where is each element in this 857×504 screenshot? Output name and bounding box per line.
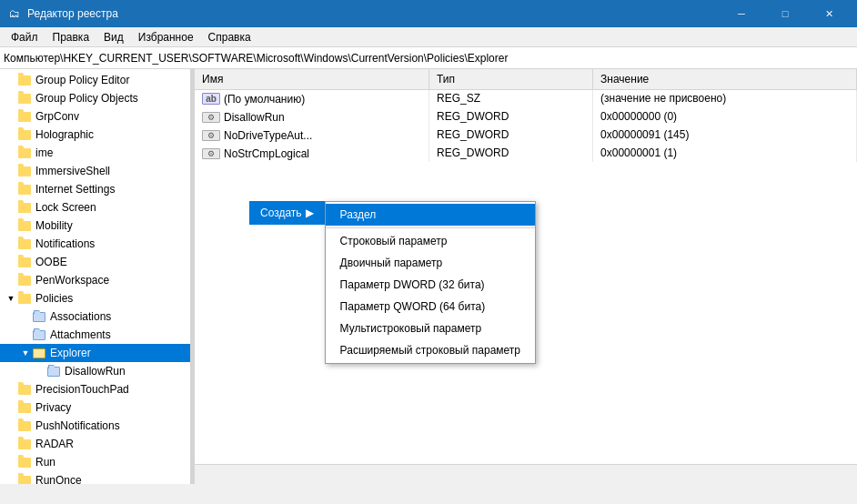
folder-icon-group-policy-objects: [18, 92, 33, 105]
tree-item-notifications[interactable]: Notifications: [0, 235, 190, 253]
tree-label-group-policy-objects: Group Policy Objects: [35, 92, 138, 105]
reg-type-icon: ⚙: [202, 148, 220, 159]
tree-item-run[interactable]: Run: [0, 453, 190, 471]
folder-icon-precision-touchpad: [18, 383, 33, 396]
tree-item-oobe[interactable]: OOBE: [0, 253, 190, 271]
menu-item-файл[interactable]: Файл: [4, 29, 45, 45]
tree-arrow-internet-settings: [4, 182, 18, 197]
tree-arrow-radar: [4, 437, 18, 451]
tree-item-lock-screen[interactable]: Lock Screen: [0, 198, 190, 217]
submenu-item-qword-param[interactable]: Параметр QWORD (64 бита): [326, 296, 535, 318]
folder-icon-disallowrun: [47, 365, 62, 378]
tree-panel[interactable]: Group Policy EditorGroup Policy ObjectsG…: [0, 69, 191, 484]
tree-arrow-push-notifications: [4, 418, 18, 433]
tree-item-internet-settings[interactable]: Internet Settings: [0, 180, 190, 198]
reg-type: REG_DWORD: [429, 144, 593, 162]
tree-label-precision-touchpad: PrecisionTouchPad: [35, 383, 129, 396]
reg-value: 0x00000001 (1): [593, 144, 857, 162]
submenu-item-expandable-param[interactable]: Расширяемый строковый параметр: [326, 339, 535, 361]
tree-label-policies: Policies: [35, 292, 73, 305]
col-value[interactable]: Значение: [593, 69, 857, 89]
tree-arrow-policies: ▼: [4, 291, 18, 306]
main-area: Group Policy EditorGroup Policy ObjectsG…: [0, 69, 857, 484]
folder-icon-explorer: [33, 347, 47, 359]
reg-value: (значение не присвоено): [593, 89, 857, 107]
minimize-button[interactable]: ─: [721, 0, 762, 27]
tree-arrow-privacy: [4, 400, 18, 415]
tree-item-privacy[interactable]: Privacy: [0, 398, 190, 417]
reg-name: NoDriveTypeAut...: [224, 129, 312, 142]
reg-type: REG_DWORD: [429, 126, 593, 144]
tree-arrow-ime: [4, 146, 18, 160]
folder-icon-policies: [18, 292, 33, 305]
tree-item-runonce[interactable]: RunOnce: [0, 471, 190, 484]
tree-item-explorer[interactable]: ▼Explorer: [0, 344, 190, 362]
tree-arrow-oobe: [4, 255, 18, 269]
tree-item-penworkspace[interactable]: PenWorkspace: [0, 271, 190, 289]
close-button[interactable]: ✕: [808, 0, 850, 27]
reg-name: NoStrCmpLogical: [224, 147, 309, 160]
col-name[interactable]: Имя: [195, 69, 429, 89]
table-row[interactable]: ab(По умолчанию)REG_SZ(значение не присв…: [195, 89, 857, 107]
tree-item-push-notifications[interactable]: PushNotifications: [0, 417, 190, 435]
right-panel: Имя Тип Значение ab(По умолчанию)REG_SZ(…: [195, 69, 857, 484]
tree-item-group-policy-editor[interactable]: Group Policy Editor: [0, 71, 190, 89]
submenu-item-binary-param[interactable]: Двоичный параметр: [326, 252, 535, 274]
tree-label-immersive-shell: ImmersiveShell: [35, 165, 110, 177]
tree-item-ime[interactable]: ime: [0, 144, 190, 162]
tree-label-disallowrun: DisallowRun: [65, 365, 126, 378]
title-bar: 🗂 Редактор реестра ─ □ ✕: [0, 0, 857, 27]
folder-icon-lock-screen: [18, 201, 33, 214]
reg-type-icon: ⚙: [202, 112, 220, 123]
status-bar: [195, 464, 857, 484]
folder-icon-push-notifications: [18, 419, 33, 432]
tree-item-policies[interactable]: ▼Policies: [0, 289, 190, 307]
tree-item-disallowrun[interactable]: DisallowRun: [0, 362, 190, 380]
submenu-item-string-param[interactable]: Строковый параметр: [326, 230, 535, 252]
tree-arrow-group-policy-editor: [4, 73, 18, 87]
maximize-button[interactable]: □: [764, 0, 806, 27]
tree-item-grpconv[interactable]: GrpConv: [0, 107, 190, 126]
folder-icon-immersive-shell: [18, 165, 33, 177]
tree-item-immersive-shell[interactable]: ImmersiveShell: [0, 162, 190, 180]
tree-arrow-explorer: ▼: [18, 346, 33, 360]
folder-icon-mobility: [18, 219, 33, 232]
table-row[interactable]: ⚙NoDriveTypeAut...REG_DWORD0x00000091 (1…: [195, 126, 857, 144]
tree-item-precision-touchpad[interactable]: PrecisionTouchPad: [0, 380, 190, 398]
tree-label-penworkspace: PenWorkspace: [35, 274, 109, 287]
tree-item-radar[interactable]: RADAR: [0, 435, 190, 453]
tree-label-holographic: Holographic: [35, 128, 94, 141]
tree-arrow-holographic: [4, 127, 18, 142]
table-row[interactable]: ⚙NoStrCmpLogicalREG_DWORD0x00000001 (1): [195, 144, 857, 162]
menu-item-вид[interactable]: Вид: [96, 29, 131, 45]
tree-item-associations[interactable]: Associations: [0, 307, 190, 326]
tree-label-explorer: Explorer: [50, 347, 91, 359]
tree-item-group-policy-objects[interactable]: Group Policy Objects: [0, 89, 190, 107]
table-row[interactable]: ⚙DisallowRunREG_DWORD0x00000000 (0): [195, 107, 857, 126]
menu-item-справка[interactable]: Справка: [201, 29, 258, 45]
tree-arrow-mobility: [4, 218, 18, 233]
folder-icon-runonce: [18, 474, 33, 484]
reg-type-icon: ⚙: [202, 130, 220, 141]
menu-item-избранное[interactable]: Избранное: [131, 29, 201, 45]
folder-icon-group-policy-editor: [18, 74, 33, 86]
submenu: РазделСтроковый параметрДвоичный парамет…: [325, 201, 536, 364]
tree-item-mobility[interactable]: Mobility: [0, 217, 190, 235]
col-type[interactable]: Тип: [429, 69, 593, 89]
tree-arrow-notifications: [4, 237, 18, 251]
folder-icon-run: [18, 456, 33, 469]
tree-label-internet-settings: Internet Settings: [35, 183, 115, 196]
tree-item-holographic[interactable]: Holographic: [0, 126, 190, 144]
tree-label-grpconv: GrpConv: [35, 110, 79, 123]
create-button[interactable]: Создать ▶: [249, 201, 325, 225]
registry-table: Имя Тип Значение ab(По умолчанию)REG_SZ(…: [195, 69, 857, 162]
create-label: Создать: [260, 207, 302, 219]
submenu-item-section[interactable]: Раздел: [326, 204, 535, 226]
submenu-item-multistring-param[interactable]: Мультистроковый параметр: [326, 318, 535, 339]
tree-arrow-grpconv: [4, 109, 18, 124]
reg-type-icon: ab: [202, 93, 220, 105]
tree-item-attachments[interactable]: Attachments: [0, 326, 190, 344]
submenu-item-dword-param[interactable]: Параметр DWORD (32 бита): [326, 274, 535, 296]
menu-item-правка[interactable]: Правка: [45, 29, 97, 45]
reg-name: (По умолчанию): [224, 93, 305, 106]
